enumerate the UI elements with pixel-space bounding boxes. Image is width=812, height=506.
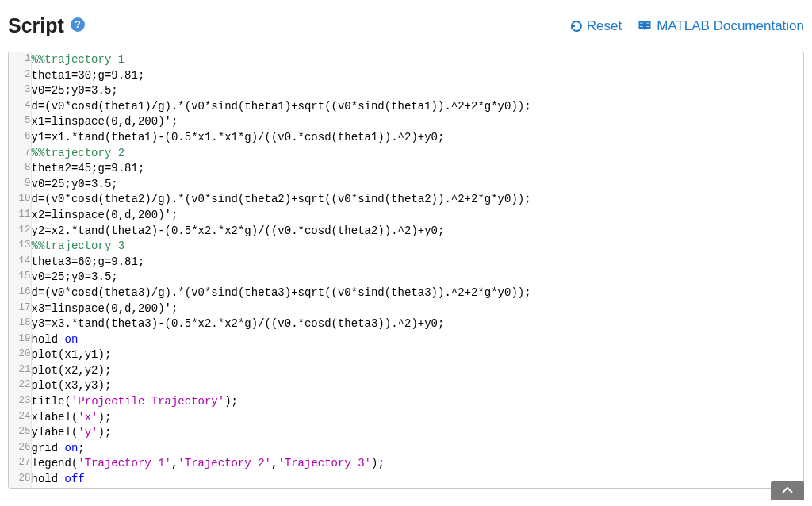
code-line[interactable]: hold on xyxy=(31,332,803,348)
code-row: 13%%trajectory 3 xyxy=(9,239,803,255)
code-line[interactable]: ylabel('y'); xyxy=(31,425,803,441)
code-row: 26grid on; xyxy=(9,441,803,457)
code-row: 19hold on xyxy=(9,332,803,348)
line-number: 14 xyxy=(9,255,31,270)
line-number: 27 xyxy=(9,456,31,472)
code-row: 25ylabel('y'); xyxy=(9,425,803,441)
code-table: 1%%trajectory 12theta1=30;g=9.81;3v0=25;… xyxy=(9,52,803,488)
header-bar: Script ? Reset xyxy=(8,8,804,52)
code-row: 1%%trajectory 1 xyxy=(9,52,803,68)
code-line[interactable]: %%trajectory 1 xyxy=(31,52,803,68)
code-line[interactable]: %%trajectory 2 xyxy=(31,146,803,162)
code-line[interactable]: legend('Trajectory 1','Trajectory 2','Tr… xyxy=(31,456,803,472)
chevron-up-icon xyxy=(782,487,793,493)
reset-label: Reset xyxy=(587,18,622,34)
code-row: 14theta3=60;g=9.81; xyxy=(9,255,803,270)
svg-rect-4 xyxy=(646,25,649,25)
code-row: 4d=(v0*cosd(theta1)/g).*(v0*sind(theta1)… xyxy=(9,99,803,115)
code-row: 10d=(v0*cosd(theta2)/g).*(v0*sind(theta2… xyxy=(9,192,803,208)
line-number: 18 xyxy=(9,316,31,332)
code-line[interactable]: y1=x1.*tand(theta1)-(0.5*x1.*x1*g)/((v0.… xyxy=(31,130,803,146)
line-number: 8 xyxy=(9,161,31,177)
code-row: 8theta2=45;g=9.81; xyxy=(9,161,803,177)
code-row: 27legend('Trajectory 1','Trajectory 2','… xyxy=(9,456,803,472)
code-row: 24xlabel('x'); xyxy=(9,410,803,426)
code-line[interactable]: plot(x2,y2); xyxy=(31,363,803,379)
line-number: 3 xyxy=(9,83,31,99)
code-line[interactable]: v0=25;y0=3.5; xyxy=(31,270,803,286)
code-row: 11x2=linspace(0,d,200)'; xyxy=(9,208,803,224)
code-row: 2theta1=30;g=9.81; xyxy=(9,68,803,84)
code-line[interactable]: title('Projectile Trajectory'); xyxy=(31,394,803,410)
line-number: 25 xyxy=(9,425,31,441)
code-line[interactable]: theta1=30;g=9.81; xyxy=(31,68,803,84)
code-line[interactable]: d=(v0*cosd(theta1)/g).*(v0*sind(theta1)+… xyxy=(31,99,803,115)
code-line[interactable]: x1=linspace(0,d,200)'; xyxy=(31,114,803,130)
docs-label: MATLAB Documentation xyxy=(657,18,804,34)
code-row: 12y2=x2.*tand(theta2)-(0.5*x2.*x2*g)/((v… xyxy=(9,224,803,240)
code-line[interactable]: d=(v0*cosd(theta2)/g).*(v0*sind(theta2)+… xyxy=(31,192,803,208)
line-number: 9 xyxy=(9,177,31,193)
line-number: 5 xyxy=(9,114,31,130)
svg-rect-0 xyxy=(640,22,643,23)
code-line[interactable]: xlabel('x'); xyxy=(31,410,803,426)
reset-button[interactable]: Reset xyxy=(570,18,622,34)
line-number: 10 xyxy=(9,192,31,208)
code-row: 15v0=25;y0=3.5; xyxy=(9,270,803,286)
code-row: 28hold off xyxy=(9,472,803,488)
line-number: 2 xyxy=(9,68,31,84)
line-number: 21 xyxy=(9,363,31,379)
line-number: 6 xyxy=(9,130,31,146)
code-line[interactable]: x3=linspace(0,d,200)'; xyxy=(31,301,803,317)
svg-rect-3 xyxy=(646,22,649,23)
code-line[interactable]: %%trajectory 3 xyxy=(31,239,803,255)
code-row: 16d=(v0*cosd(theta3)/g).*(v0*sind(theta3… xyxy=(9,286,803,301)
book-icon xyxy=(638,20,652,33)
line-number: 7 xyxy=(9,146,31,162)
code-row: 6y1=x1.*tand(theta1)-(0.5*x1.*x1*g)/((v0… xyxy=(9,130,803,146)
code-line[interactable]: plot(x1,y1); xyxy=(31,347,803,363)
line-number: 1 xyxy=(9,52,31,68)
code-line[interactable]: y3=x3.*tand(theta3)-(0.5*x2.*x2*g)/((v0.… xyxy=(31,316,803,332)
line-number: 26 xyxy=(9,441,31,457)
code-line[interactable]: theta3=60;g=9.81; xyxy=(31,255,803,270)
help-icon[interactable]: ? xyxy=(71,17,85,32)
code-row: 7%%trajectory 2 xyxy=(9,146,803,162)
svg-rect-1 xyxy=(640,25,643,25)
code-line[interactable]: hold off xyxy=(31,472,803,488)
code-line[interactable]: y2=x2.*tand(theta2)-(0.5*x2.*x2*g)/((v0.… xyxy=(31,224,803,240)
code-line[interactable]: grid on; xyxy=(31,441,803,457)
back-to-top-button[interactable] xyxy=(771,481,804,500)
code-line[interactable]: theta2=45;g=9.81; xyxy=(31,161,803,177)
code-row: 17x3=linspace(0,d,200)'; xyxy=(9,301,803,317)
header-right: Reset MATLAB Documentation xyxy=(570,18,804,34)
code-line[interactable]: v0=25;y0=3.5; xyxy=(31,177,803,193)
code-line[interactable]: d=(v0*cosd(theta3)/g).*(v0*sind(theta3)+… xyxy=(31,286,803,301)
code-row: 23title('Projectile Trajectory'); xyxy=(9,394,803,410)
header-left: Script ? xyxy=(8,14,85,37)
code-row: 9v0=25;y0=3.5; xyxy=(9,177,803,193)
line-number: 23 xyxy=(9,394,31,410)
line-number: 16 xyxy=(9,286,31,301)
page-title: Script xyxy=(8,14,64,37)
line-number: 28 xyxy=(9,472,31,488)
code-line[interactable]: v0=25;y0=3.5; xyxy=(31,83,803,99)
code-line[interactable]: plot(x3,y3); xyxy=(31,378,803,394)
svg-rect-5 xyxy=(646,26,649,27)
svg-rect-2 xyxy=(640,26,643,27)
line-number: 17 xyxy=(9,301,31,317)
line-number: 13 xyxy=(9,239,31,255)
code-row: 22plot(x3,y3); xyxy=(9,378,803,394)
line-number: 22 xyxy=(9,378,31,394)
line-number: 11 xyxy=(9,208,31,224)
line-number: 4 xyxy=(9,99,31,115)
code-line[interactable]: x2=linspace(0,d,200)'; xyxy=(31,208,803,224)
code-row: 20plot(x1,y1); xyxy=(9,347,803,363)
matlab-docs-link[interactable]: MATLAB Documentation xyxy=(638,18,804,34)
line-number: 20 xyxy=(9,347,31,363)
code-row: 18y3=x3.*tand(theta3)-(0.5*x2.*x2*g)/((v… xyxy=(9,316,803,332)
code-row: 21plot(x2,y2); xyxy=(9,363,803,379)
code-editor[interactable]: 1%%trajectory 12theta1=30;g=9.81;3v0=25;… xyxy=(8,52,804,489)
reset-icon xyxy=(570,20,583,33)
line-number: 12 xyxy=(9,224,31,240)
